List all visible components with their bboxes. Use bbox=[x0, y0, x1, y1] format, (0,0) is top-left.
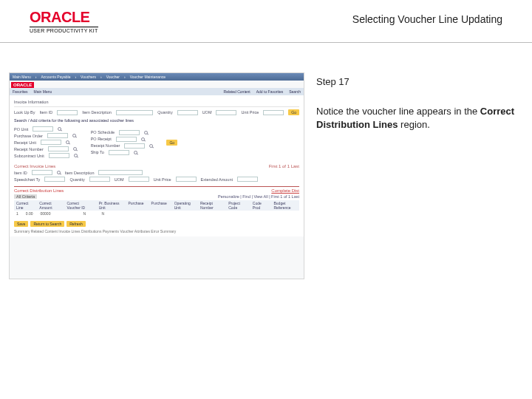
lookup-icon[interactable] bbox=[66, 140, 69, 144]
page-title: Selecting Voucher Line Updating bbox=[352, 13, 502, 25]
upk-subbrand: USER PRODUCTIVITY KIT bbox=[30, 27, 98, 33]
instruction-text: Notice the voucher line appears in the C… bbox=[316, 105, 516, 132]
lookup-icon[interactable] bbox=[134, 151, 137, 154]
embedded-screenshot: Main Menu› Accounts Payable› Vouchers› V… bbox=[9, 72, 304, 279]
return-button[interactable]: Return to Search bbox=[30, 221, 64, 227]
instruction-panel: Step 17 Notice the voucher line appears … bbox=[316, 72, 523, 279]
dist-table-header: Correct Line Correct Amount Correct Vouc… bbox=[14, 200, 299, 211]
ss-menubar: Favorites Main Menu Related Content Add … bbox=[10, 88, 304, 95]
save-button[interactable]: Save bbox=[14, 221, 28, 227]
lookup-icon[interactable] bbox=[73, 147, 77, 151]
ss-footer-links: Summary Related Content Invoice Lines Di… bbox=[14, 229, 299, 233]
ss-oracle-logo: ORACLE bbox=[11, 82, 34, 88]
lookup-icon[interactable] bbox=[149, 144, 153, 148]
go-button-2[interactable]: Go bbox=[166, 140, 177, 146]
lookup-icon[interactable] bbox=[141, 137, 145, 141]
region-correct-invoice-lines: Correct Invoice Lines First 1 of 1 Last bbox=[14, 164, 299, 168]
lookup-icon[interactable] bbox=[74, 154, 78, 157]
lookup-icon[interactable] bbox=[144, 131, 148, 134]
go-button[interactable]: Go bbox=[288, 109, 299, 115]
table-row: 10.0000000 N N bbox=[14, 211, 299, 216]
lookup-icon[interactable] bbox=[57, 171, 61, 174]
brand-block: ORACLE USER PRODUCTIVITY KIT bbox=[30, 9, 98, 33]
oracle-logo: ORACLE bbox=[30, 9, 98, 26]
region-correct-distribution-lines: Correct Distribution Lines Complete Dist bbox=[14, 186, 299, 193]
divider bbox=[0, 42, 532, 43]
lookup-icon[interactable] bbox=[58, 127, 61, 131]
refresh-button[interactable]: Refresh bbox=[66, 221, 86, 227]
ss-breadcrumb: Main Menu› Accounts Payable› Vouchers› V… bbox=[10, 73, 304, 81]
lookup-icon[interactable] bbox=[72, 134, 76, 137]
step-label: Step 17 bbox=[316, 75, 516, 89]
